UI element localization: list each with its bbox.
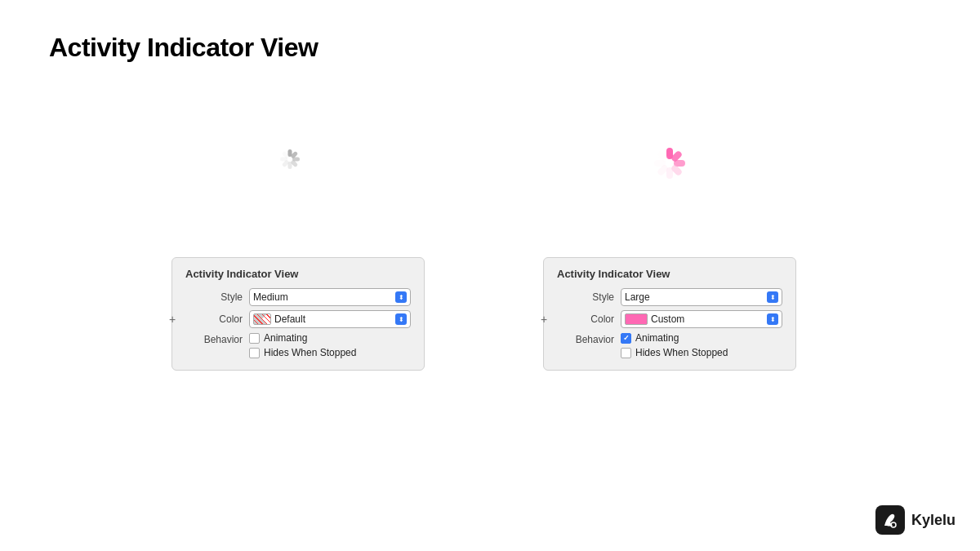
right-color-arrow-icon: [767, 313, 778, 325]
left-hides-row: Hides When Stopped: [249, 347, 356, 358]
right-color-value: Custom: [651, 313, 767, 325]
left-hides-checkbox[interactable]: [249, 348, 260, 358]
left-spinner: [270, 139, 310, 180]
branding: Kylelu: [875, 505, 956, 535]
right-behavior-section: Behavior Animating Hides When Stopped: [557, 332, 782, 358]
right-color-label: Color: [557, 313, 614, 325]
left-color-value: Default: [274, 313, 395, 325]
right-plus-button[interactable]: +: [541, 313, 547, 326]
pink-activity-indicator: [637, 131, 702, 196]
gray-activity-indicator: [270, 139, 310, 180]
right-style-select[interactable]: Large: [621, 288, 782, 306]
left-behavior-section: Behavior Animating Hides When Stopped: [185, 332, 411, 358]
page-title: Activity Indicator View: [49, 33, 318, 63]
right-animating-label: Animating: [635, 332, 679, 344]
right-style-row: Style Large: [557, 288, 782, 306]
right-hides-checkbox[interactable]: [621, 348, 631, 358]
left-style-select[interactable]: Medium: [249, 288, 411, 306]
left-inspector-panel: Activity Indicator View Style Medium Col…: [172, 257, 425, 371]
left-behavior-checks: Animating Hides When Stopped: [249, 332, 356, 358]
right-color-select[interactable]: Custom: [621, 310, 782, 328]
left-behavior-label: Behavior: [185, 332, 243, 345]
left-animating-label: Animating: [264, 332, 307, 344]
left-plus-button[interactable]: +: [169, 313, 176, 326]
left-color-arrow-icon: [395, 313, 407, 325]
right-panel-title: Activity Indicator View: [557, 268, 782, 280]
right-animating-checkbox[interactable]: [621, 333, 631, 344]
right-style-label: Style: [557, 291, 614, 303]
left-hides-label: Hides When Stopped: [264, 347, 356, 358]
branding-name: Kylelu: [911, 512, 956, 529]
left-animating-row: Animating: [249, 332, 356, 344]
right-spinner: [637, 131, 702, 196]
right-color-swatch: [625, 313, 648, 325]
left-style-arrow-icon: [395, 291, 407, 303]
left-color-inner: Default: [253, 313, 395, 325]
right-color-row: Color Custom +: [557, 310, 782, 328]
right-style-arrow-icon: [767, 291, 778, 303]
left-style-label: Style: [185, 291, 243, 303]
right-behavior-checks: Animating Hides When Stopped: [621, 332, 728, 358]
right-style-value: Large: [625, 291, 767, 303]
left-color-swatch: [253, 313, 271, 325]
left-panel-title: Activity Indicator View: [185, 268, 411, 280]
left-style-row: Style Medium: [185, 288, 411, 306]
right-behavior-label: Behavior: [557, 332, 614, 345]
left-color-row: Color Default +: [185, 310, 411, 328]
left-color-select[interactable]: Default: [249, 310, 411, 328]
right-hides-label: Hides When Stopped: [635, 347, 728, 358]
branding-logo: [875, 505, 905, 535]
right-inspector-panel: Activity Indicator View Style Large Colo…: [543, 257, 796, 371]
right-color-inner: Custom: [625, 313, 767, 325]
left-color-label: Color: [185, 313, 243, 325]
right-animating-row: Animating: [621, 332, 728, 344]
right-hides-row: Hides When Stopped: [621, 347, 728, 358]
left-style-value: Medium: [253, 291, 395, 303]
left-animating-checkbox[interactable]: [249, 333, 260, 344]
